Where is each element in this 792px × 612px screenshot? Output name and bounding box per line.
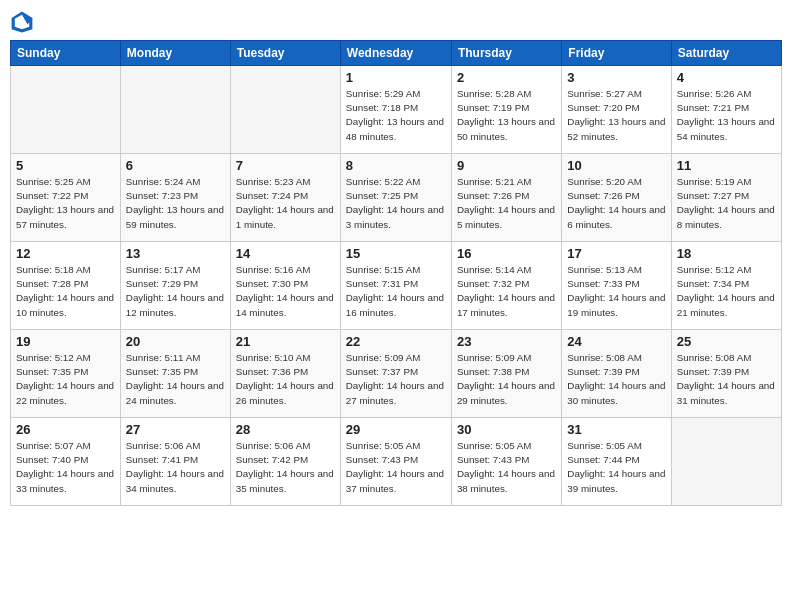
calendar-week-4: 19Sunrise: 5:12 AMSunset: 7:35 PMDayligh… [11, 330, 782, 418]
weekday-friday: Friday [562, 41, 671, 66]
day-number: 6 [126, 158, 225, 173]
weekday-tuesday: Tuesday [230, 41, 340, 66]
day-number: 14 [236, 246, 335, 261]
day-info: Sunrise: 5:11 AMSunset: 7:35 PMDaylight:… [126, 351, 225, 408]
calendar-cell: 16Sunrise: 5:14 AMSunset: 7:32 PMDayligh… [451, 242, 561, 330]
calendar-cell: 1Sunrise: 5:29 AMSunset: 7:18 PMDaylight… [340, 66, 451, 154]
calendar-cell: 23Sunrise: 5:09 AMSunset: 7:38 PMDayligh… [451, 330, 561, 418]
day-info: Sunrise: 5:17 AMSunset: 7:29 PMDaylight:… [126, 263, 225, 320]
day-info: Sunrise: 5:12 AMSunset: 7:35 PMDaylight:… [16, 351, 115, 408]
day-number: 23 [457, 334, 556, 349]
calendar-table: SundayMondayTuesdayWednesdayThursdayFrid… [10, 40, 782, 506]
day-number: 2 [457, 70, 556, 85]
day-number: 21 [236, 334, 335, 349]
day-number: 19 [16, 334, 115, 349]
calendar-week-2: 5Sunrise: 5:25 AMSunset: 7:22 PMDaylight… [11, 154, 782, 242]
calendar-cell: 26Sunrise: 5:07 AMSunset: 7:40 PMDayligh… [11, 418, 121, 506]
day-info: Sunrise: 5:05 AMSunset: 7:43 PMDaylight:… [457, 439, 556, 496]
calendar-cell: 5Sunrise: 5:25 AMSunset: 7:22 PMDaylight… [11, 154, 121, 242]
calendar-cell: 22Sunrise: 5:09 AMSunset: 7:37 PMDayligh… [340, 330, 451, 418]
calendar-cell: 29Sunrise: 5:05 AMSunset: 7:43 PMDayligh… [340, 418, 451, 506]
day-number: 5 [16, 158, 115, 173]
day-number: 18 [677, 246, 776, 261]
calendar-cell: 20Sunrise: 5:11 AMSunset: 7:35 PMDayligh… [120, 330, 230, 418]
day-number: 27 [126, 422, 225, 437]
calendar-cell: 30Sunrise: 5:05 AMSunset: 7:43 PMDayligh… [451, 418, 561, 506]
calendar-cell [671, 418, 781, 506]
calendar-cell: 6Sunrise: 5:24 AMSunset: 7:23 PMDaylight… [120, 154, 230, 242]
day-number: 31 [567, 422, 665, 437]
calendar-cell [120, 66, 230, 154]
calendar-cell: 3Sunrise: 5:27 AMSunset: 7:20 PMDaylight… [562, 66, 671, 154]
day-number: 29 [346, 422, 446, 437]
day-info: Sunrise: 5:09 AMSunset: 7:38 PMDaylight:… [457, 351, 556, 408]
logo-icon [10, 10, 34, 34]
weekday-sunday: Sunday [11, 41, 121, 66]
calendar-cell: 21Sunrise: 5:10 AMSunset: 7:36 PMDayligh… [230, 330, 340, 418]
calendar-cell [230, 66, 340, 154]
day-number: 3 [567, 70, 665, 85]
day-info: Sunrise: 5:20 AMSunset: 7:26 PMDaylight:… [567, 175, 665, 232]
day-info: Sunrise: 5:24 AMSunset: 7:23 PMDaylight:… [126, 175, 225, 232]
day-number: 1 [346, 70, 446, 85]
day-number: 22 [346, 334, 446, 349]
calendar-cell: 9Sunrise: 5:21 AMSunset: 7:26 PMDaylight… [451, 154, 561, 242]
day-number: 17 [567, 246, 665, 261]
day-number: 9 [457, 158, 556, 173]
day-info: Sunrise: 5:06 AMSunset: 7:41 PMDaylight:… [126, 439, 225, 496]
weekday-wednesday: Wednesday [340, 41, 451, 66]
day-info: Sunrise: 5:13 AMSunset: 7:33 PMDaylight:… [567, 263, 665, 320]
calendar-cell: 2Sunrise: 5:28 AMSunset: 7:19 PMDaylight… [451, 66, 561, 154]
calendar-cell: 17Sunrise: 5:13 AMSunset: 7:33 PMDayligh… [562, 242, 671, 330]
calendar-week-1: 1Sunrise: 5:29 AMSunset: 7:18 PMDaylight… [11, 66, 782, 154]
day-info: Sunrise: 5:08 AMSunset: 7:39 PMDaylight:… [677, 351, 776, 408]
day-number: 25 [677, 334, 776, 349]
day-info: Sunrise: 5:26 AMSunset: 7:21 PMDaylight:… [677, 87, 776, 144]
day-info: Sunrise: 5:15 AMSunset: 7:31 PMDaylight:… [346, 263, 446, 320]
day-info: Sunrise: 5:09 AMSunset: 7:37 PMDaylight:… [346, 351, 446, 408]
page-header [10, 10, 782, 34]
calendar-cell: 10Sunrise: 5:20 AMSunset: 7:26 PMDayligh… [562, 154, 671, 242]
day-info: Sunrise: 5:10 AMSunset: 7:36 PMDaylight:… [236, 351, 335, 408]
day-number: 28 [236, 422, 335, 437]
calendar-cell: 19Sunrise: 5:12 AMSunset: 7:35 PMDayligh… [11, 330, 121, 418]
calendar-cell [11, 66, 121, 154]
calendar-cell: 24Sunrise: 5:08 AMSunset: 7:39 PMDayligh… [562, 330, 671, 418]
day-info: Sunrise: 5:22 AMSunset: 7:25 PMDaylight:… [346, 175, 446, 232]
calendar-cell: 7Sunrise: 5:23 AMSunset: 7:24 PMDaylight… [230, 154, 340, 242]
day-number: 20 [126, 334, 225, 349]
calendar-cell: 28Sunrise: 5:06 AMSunset: 7:42 PMDayligh… [230, 418, 340, 506]
calendar-cell: 25Sunrise: 5:08 AMSunset: 7:39 PMDayligh… [671, 330, 781, 418]
day-number: 12 [16, 246, 115, 261]
day-info: Sunrise: 5:19 AMSunset: 7:27 PMDaylight:… [677, 175, 776, 232]
calendar-cell: 31Sunrise: 5:05 AMSunset: 7:44 PMDayligh… [562, 418, 671, 506]
day-info: Sunrise: 5:08 AMSunset: 7:39 PMDaylight:… [567, 351, 665, 408]
calendar-cell: 27Sunrise: 5:06 AMSunset: 7:41 PMDayligh… [120, 418, 230, 506]
day-info: Sunrise: 5:07 AMSunset: 7:40 PMDaylight:… [16, 439, 115, 496]
weekday-monday: Monday [120, 41, 230, 66]
logo [10, 10, 38, 34]
day-info: Sunrise: 5:23 AMSunset: 7:24 PMDaylight:… [236, 175, 335, 232]
day-info: Sunrise: 5:27 AMSunset: 7:20 PMDaylight:… [567, 87, 665, 144]
day-info: Sunrise: 5:14 AMSunset: 7:32 PMDaylight:… [457, 263, 556, 320]
day-number: 13 [126, 246, 225, 261]
day-info: Sunrise: 5:12 AMSunset: 7:34 PMDaylight:… [677, 263, 776, 320]
day-number: 16 [457, 246, 556, 261]
weekday-saturday: Saturday [671, 41, 781, 66]
calendar-week-3: 12Sunrise: 5:18 AMSunset: 7:28 PMDayligh… [11, 242, 782, 330]
day-number: 24 [567, 334, 665, 349]
day-number: 4 [677, 70, 776, 85]
day-info: Sunrise: 5:29 AMSunset: 7:18 PMDaylight:… [346, 87, 446, 144]
calendar-cell: 18Sunrise: 5:12 AMSunset: 7:34 PMDayligh… [671, 242, 781, 330]
calendar-cell: 14Sunrise: 5:16 AMSunset: 7:30 PMDayligh… [230, 242, 340, 330]
day-number: 10 [567, 158, 665, 173]
calendar-cell: 13Sunrise: 5:17 AMSunset: 7:29 PMDayligh… [120, 242, 230, 330]
day-info: Sunrise: 5:05 AMSunset: 7:43 PMDaylight:… [346, 439, 446, 496]
calendar-cell: 4Sunrise: 5:26 AMSunset: 7:21 PMDaylight… [671, 66, 781, 154]
day-info: Sunrise: 5:21 AMSunset: 7:26 PMDaylight:… [457, 175, 556, 232]
calendar-cell: 11Sunrise: 5:19 AMSunset: 7:27 PMDayligh… [671, 154, 781, 242]
day-info: Sunrise: 5:06 AMSunset: 7:42 PMDaylight:… [236, 439, 335, 496]
day-info: Sunrise: 5:28 AMSunset: 7:19 PMDaylight:… [457, 87, 556, 144]
day-number: 30 [457, 422, 556, 437]
calendar-cell: 15Sunrise: 5:15 AMSunset: 7:31 PMDayligh… [340, 242, 451, 330]
